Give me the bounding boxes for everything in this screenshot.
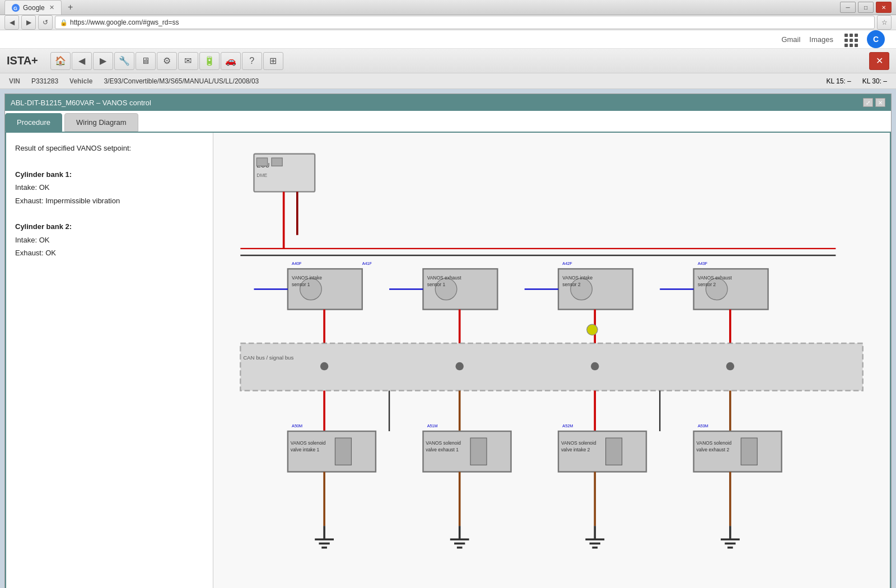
- svg-rect-5: [272, 158, 282, 166]
- ista-app: ISTA+ 🏠 ◀ ▶ 🔧 🖥 ⚙ ✉ 🔋 🚗 ? ⊞ ✕ VIN P33128…: [0, 49, 896, 588]
- tab-favicon: G: [12, 4, 20, 12]
- kl30-label: KL 30: –: [862, 77, 887, 85]
- abl-header-controls: ⤢ ✕: [863, 98, 885, 107]
- wrench-icon[interactable]: 🔧: [114, 52, 134, 70]
- address-text: https://www.google.com/#gws_rd=ss: [70, 18, 179, 26]
- reload-button[interactable]: ↺: [38, 15, 53, 30]
- email-icon[interactable]: ✉: [178, 52, 198, 70]
- vehicle-value: 3/E93/Convertible/M3/S65/MANUAL/US/LL/20…: [104, 77, 259, 85]
- forward-button[interactable]: ▶: [21, 15, 36, 30]
- svg-text:A42F: A42F: [562, 261, 572, 266]
- svg-text:sensor 1: sensor 1: [292, 282, 310, 288]
- svg-text:VANOS exhaust: VANOS exhaust: [698, 275, 732, 281]
- tabs-row: Procedure Wiring Diagram: [5, 113, 891, 132]
- battery-icon[interactable]: 🔋: [199, 52, 220, 70]
- svg-text:A52M: A52M: [562, 423, 573, 428]
- ista-title: ISTA+: [7, 54, 38, 67]
- svg-text:A53M: A53M: [698, 423, 708, 428]
- wiring-diagram: ECU DME VANOS intake: [213, 133, 890, 588]
- tab-wiring[interactable]: Wiring Diagram: [64, 113, 138, 132]
- svg-text:VANOS solenoid: VANOS solenoid: [291, 440, 326, 446]
- nav-forward-icon[interactable]: ▶: [93, 52, 113, 70]
- new-tab-button[interactable]: +: [64, 1, 77, 14]
- svg-rect-53: [606, 438, 622, 465]
- content-area: Result of specified VANOS setpoint: Cyli…: [5, 132, 891, 588]
- vin-bar: VIN P331283 Vehicle 3/E93/Convertible/M3…: [0, 73, 896, 89]
- nav-back-icon[interactable]: ◀: [72, 52, 92, 70]
- right-panel: ECU DME VANOS intake: [213, 133, 890, 588]
- bookmark-icon[interactable]: ☆: [877, 15, 892, 30]
- vin-value: P331283: [31, 77, 58, 85]
- title-bar: G Google ✕ + ─ □ ✕: [0, 0, 896, 15]
- svg-text:VANOS solenoid: VANOS solenoid: [561, 440, 596, 446]
- kl-section: KL 15: – KL 30: –: [826, 77, 887, 85]
- svg-rect-4: [256, 158, 267, 166]
- svg-text:VANOS intake: VANOS intake: [562, 275, 592, 281]
- window-controls: ─ □ ✕: [840, 2, 892, 13]
- gmail-link[interactable]: Gmail: [781, 35, 800, 44]
- svg-text:sensor 2: sensor 2: [562, 282, 581, 288]
- images-link[interactable]: Images: [809, 35, 833, 44]
- intake1: Intake: OK: [15, 181, 204, 194]
- car-icon[interactable]: 🚗: [221, 52, 241, 70]
- svg-text:A51M: A51M: [427, 423, 438, 428]
- square-icon[interactable]: ⊞: [263, 52, 283, 70]
- tab-title: Google: [23, 4, 45, 12]
- expand-button[interactable]: ⤢: [863, 98, 873, 107]
- nav-bar: ◀ ▶ ↺ 🔒 https://www.google.com/#gws_rd=s…: [0, 15, 896, 30]
- home-icon[interactable]: 🏠: [50, 52, 71, 70]
- svg-text:VANOS exhaust: VANOS exhaust: [427, 275, 461, 281]
- secure-icon: 🔒: [60, 19, 68, 26]
- svg-text:CAN bus / signal bus: CAN bus / signal bus: [243, 354, 293, 361]
- close-button[interactable]: ✕: [876, 2, 892, 13]
- google-apps-button[interactable]: [842, 31, 858, 47]
- browser-frame: G Google ✕ + ─ □ ✕ ◀ ▶ ↺ 🔒 https://www.g…: [0, 0, 896, 588]
- back-button[interactable]: ◀: [4, 15, 19, 30]
- svg-text:valve intake 2: valve intake 2: [561, 447, 590, 452]
- svg-text:sensor 2: sensor 2: [698, 282, 716, 288]
- svg-text:G: G: [13, 6, 17, 11]
- user-avatar[interactable]: C: [867, 30, 885, 48]
- svg-text:VANOS solenoid: VANOS solenoid: [426, 440, 461, 446]
- exhaust1: Exhaust: Impermissible vibration: [15, 194, 204, 207]
- svg-text:A43F: A43F: [698, 261, 708, 266]
- svg-rect-45: [335, 438, 351, 465]
- svg-rect-32: [240, 343, 862, 391]
- header-links: Gmail Images C: [781, 30, 885, 48]
- cylinder-bank2: Cylinder bank 2:: [15, 220, 204, 233]
- svg-text:DME: DME: [256, 172, 267, 178]
- svg-point-88: [587, 324, 598, 335]
- tab-close-icon[interactable]: ✕: [49, 4, 54, 11]
- screen-icon[interactable]: 🖥: [136, 52, 156, 70]
- svg-text:A40F: A40F: [292, 261, 302, 266]
- svg-text:valve exhaust 1: valve exhaust 1: [426, 447, 459, 452]
- main-content: ABL-DIT-B1215_M60VAR – VANOS control ⤢ ✕…: [0, 89, 896, 588]
- svg-point-36: [591, 362, 599, 370]
- cylinder-bank1: Cylinder bank 1:: [15, 168, 204, 181]
- minimize-button[interactable]: ─: [840, 2, 856, 13]
- close-panel-button[interactable]: ✕: [875, 98, 885, 107]
- vehicle-label: Vehicle: [69, 77, 92, 85]
- settings-icon[interactable]: ⚙: [157, 52, 177, 70]
- svg-rect-49: [470, 438, 487, 465]
- kl15-label: KL 15: –: [826, 77, 851, 85]
- svg-text:A50M: A50M: [292, 423, 302, 428]
- left-panel: Result of specified VANOS setpoint: Cyli…: [6, 133, 213, 588]
- vin-label: VIN: [9, 77, 20, 85]
- abl-panel: ABL-DIT-B1215_M60VAR – VANOS control ⤢ ✕…: [4, 94, 892, 588]
- svg-point-35: [455, 362, 463, 370]
- abl-header: ABL-DIT-B1215_M60VAR – VANOS control ⤢ ✕: [5, 94, 891, 111]
- svg-text:VANOS solenoid: VANOS solenoid: [697, 440, 732, 446]
- svg-text:valve exhaust 2: valve exhaust 2: [697, 447, 730, 452]
- svg-point-34: [320, 362, 328, 370]
- maximize-button[interactable]: □: [858, 2, 874, 13]
- abl-title: ABL-DIT-B1215_M60VAR – VANOS control: [11, 99, 151, 107]
- ista-close-button[interactable]: ✕: [869, 52, 889, 70]
- help-icon[interactable]: ?: [242, 52, 262, 70]
- address-bar[interactable]: 🔒 https://www.google.com/#gws_rd=ss: [55, 16, 875, 29]
- svg-point-37: [726, 362, 734, 370]
- svg-text:valve intake 1: valve intake 1: [291, 447, 320, 452]
- browser-tab[interactable]: G Google ✕: [4, 0, 62, 15]
- procedure-text: Result of specified VANOS setpoint: Cyli…: [15, 142, 204, 260]
- tab-procedure[interactable]: Procedure: [5, 113, 62, 132]
